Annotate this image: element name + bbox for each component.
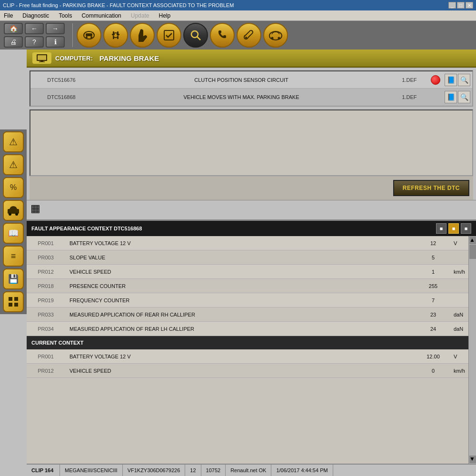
scroll-down-button[interactable]: ▼	[469, 456, 476, 463]
dtc-zoom-button-2[interactable]: 🔍	[458, 91, 470, 103]
print-button[interactable]: 🖨	[4, 36, 23, 48]
window-controls: _ □ ✕	[448, 2, 473, 9]
dtc-status-2: 1.DEF	[390, 94, 428, 100]
oval-btn-check[interactable]	[157, 23, 181, 48]
forward-button[interactable]: →	[46, 23, 65, 34]
minimize-button[interactable]: _	[448, 2, 456, 9]
oval-btn-vehicle[interactable]	[77, 23, 101, 48]
ctx-code: PR019	[27, 298, 65, 303]
side-btn-warning2[interactable]: ⚠	[3, 154, 24, 175]
dtc-zoom-button-1[interactable]: 🔍	[458, 74, 470, 86]
fault-view-buttons: ■ ■ ■	[436, 223, 471, 234]
back-button[interactable]: ←	[25, 23, 44, 34]
menu-help[interactable]: Help	[157, 12, 172, 20]
ctx-value: 255	[416, 283, 450, 289]
barcode-icon[interactable]: ▦	[30, 202, 40, 215]
list-item: PR019 FREQUENCY COUNTER 7	[27, 293, 476, 307]
computer-label-prefix: COMPUTER:	[55, 55, 93, 62]
dtc-book-button-1[interactable]: 📘	[445, 74, 457, 86]
svg-rect-22	[14, 297, 18, 301]
fault-view-btn-2[interactable]: ■	[448, 223, 459, 234]
oval-btn-search[interactable]	[183, 23, 208, 48]
svg-point-14	[245, 37, 247, 39]
scroll-up-button[interactable]: ▲	[469, 237, 476, 244]
ctx-code: PR012	[27, 368, 65, 374]
oval-btn-wrench[interactable]	[237, 23, 261, 48]
fault-view-btn-1[interactable]: ■	[436, 223, 446, 234]
side-btn-list[interactable]: ≡	[3, 246, 24, 267]
dtc-desc-2: VEHICLE MOVES WITH MAX. PARKING BRAKE	[92, 94, 390, 100]
ctx-desc: MEASURED APPLICATION OF REAR LH CALLIPER	[65, 326, 416, 332]
main-toolbar: 🏠 ← → 🖨 ? ℹ	[0, 21, 476, 50]
close-button[interactable]: ✕	[466, 2, 473, 9]
refresh-area: REFRESH THE DTC	[30, 176, 473, 200]
svg-point-12	[191, 31, 198, 38]
menu-diagnostic[interactable]: Diagnostic	[20, 12, 51, 20]
ctx-value: 12.00	[416, 354, 450, 359]
svg-point-19	[9, 213, 11, 216]
help-button[interactable]: ?	[25, 36, 44, 48]
fault-view-btn-3[interactable]: ■	[461, 223, 471, 234]
computer-icon	[32, 52, 51, 64]
status-vin: VF1KZY306D0679226	[123, 465, 186, 476]
dtc-book-button-2[interactable]: 📘	[445, 91, 457, 103]
table-row[interactable]: DTC516676 CLUTCH POSITION SENSOR CIRCUIT…	[30, 71, 472, 89]
menu-update: Update	[129, 12, 151, 20]
refresh-dtc-button[interactable]: REFRESH THE DTC	[393, 180, 469, 196]
oval-btn-touch[interactable]	[130, 23, 155, 48]
svg-rect-28	[39, 61, 45, 62]
scroll-track[interactable]: ▲ ▼	[468, 236, 476, 464]
dtc-table: DTC516676 CLUTCH POSITION SENSOR CIRCUIT…	[30, 70, 473, 107]
svg-point-2	[86, 36, 88, 38]
fault-context-header: FAULT APPEARANCE CONTEXT DTC516868 ■ ■ ■	[27, 221, 476, 236]
svg-rect-11	[164, 30, 174, 40]
ctx-value: 0	[416, 368, 450, 374]
side-btn-car[interactable]	[3, 200, 24, 221]
oval-btn-gearbox[interactable]	[103, 23, 128, 48]
oval-btn-phone[interactable]	[210, 23, 235, 48]
ctx-code: PR012	[27, 269, 65, 275]
ctx-code: PR003	[27, 255, 65, 260]
side-btn-percent[interactable]: %	[3, 177, 24, 198]
status-renault-net: Renault.net OK	[226, 465, 271, 476]
status-vehicle: MEGANEIII/SCENICIII	[60, 465, 123, 476]
menu-bar: File Diagnostic Tools Communication Upda…	[0, 10, 476, 21]
svg-rect-23	[9, 303, 12, 307]
table-row[interactable]: DTC516868 VEHICLE MOVES WITH MAX. PARKIN…	[30, 89, 472, 106]
scroll-thumb[interactable]	[469, 245, 476, 259]
fault-context-title: FAULT APPEARANCE CONTEXT DTC516868	[31, 226, 142, 231]
status-clip-version: CLIP 164	[27, 465, 60, 476]
svg-point-16	[271, 37, 274, 40]
dtc-actions-1: 📘 🔍	[443, 74, 472, 86]
menu-communication[interactable]: Communication	[79, 12, 123, 20]
title-bar: CLIP - Free fault finding - PARKING BRAK…	[0, 0, 476, 10]
svg-rect-26	[38, 55, 46, 60]
side-btn-warning1[interactable]: ⚠	[3, 131, 24, 152]
side-btn-save[interactable]: 💾	[3, 268, 24, 289]
list-item: PR012 VEHICLE SPEED 0 km/h	[27, 364, 476, 378]
empty-dtc-area	[30, 109, 473, 176]
list-item: PR001 BATTERY VOLTAGE 12 V 12 V	[27, 236, 476, 250]
side-btn-book[interactable]: 📖	[3, 223, 24, 244]
ctx-desc: VEHICLE SPEED	[65, 269, 416, 275]
status-bar: CLIP 164 MEGANEIII/SCENICIII VF1KZY306D0…	[27, 464, 476, 476]
info-button[interactable]: ℹ	[46, 36, 65, 48]
oval-btn-car2[interactable]	[263, 23, 288, 48]
dtc-actions-2: 📘 🔍	[443, 91, 472, 103]
nav-section: 🏠 ← → 🖨 ? ℹ	[4, 23, 65, 48]
computer-name: PARKING BRAKE	[99, 54, 159, 62]
dtc-code-2: DTC516868	[30, 94, 92, 100]
dtc-status-1: 1.DEF	[390, 77, 428, 83]
ctx-code: PR033	[27, 312, 65, 317]
maximize-button[interactable]: □	[457, 2, 465, 9]
menu-tools[interactable]: Tools	[57, 12, 74, 20]
side-btn-grid[interactable]	[3, 291, 24, 312]
dtc-code-1: DTC516676	[30, 77, 92, 83]
list-item: PR012 VEHICLE SPEED 1 km/h	[27, 265, 476, 279]
ctx-code: PR001	[27, 240, 65, 246]
menu-file[interactable]: File	[2, 12, 15, 20]
ctx-desc: MEASURED APPLICATION OF REAR RH CALLIPER	[65, 312, 416, 317]
home-button[interactable]: 🏠	[4, 23, 23, 34]
current-context-header: CURRENT CONTEXT	[27, 336, 476, 349]
dtc-desc-1: CLUTCH POSITION SENSOR CIRCUIT	[92, 77, 390, 83]
